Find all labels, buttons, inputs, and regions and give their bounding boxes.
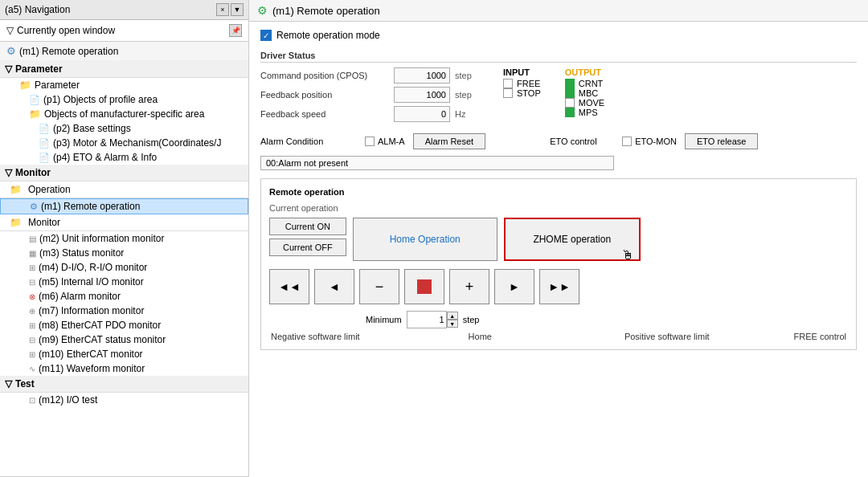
tree-item-label: (p3) Motor & Mechanism(Coordinates/J xyxy=(53,137,221,149)
right-panel: ⚙ (m1) Remote operation ✓ Remote operati… xyxy=(249,0,868,477)
tree-item-label: (m4) D-I/O, R-I/O monitor xyxy=(39,262,147,273)
tree-item-label: (m2) Unit information monitor xyxy=(39,233,164,244)
tree-panel: ▽ Parameter 📁 Parameter 📄 (p1) Objects o… xyxy=(0,61,248,477)
ethercat-icon: ⊞ xyxy=(29,350,35,359)
io-mps-row: MPS xyxy=(565,108,604,117)
right-content: ✓ Remote operation mode Driver Status Co… xyxy=(249,22,868,477)
fpos-input[interactable] xyxy=(394,87,450,103)
crnt-checkbox[interactable] xyxy=(565,79,575,88)
tree-item-p2[interactable]: 📄 (p2) Base settings xyxy=(0,121,248,136)
parameter-section-header[interactable]: ▽ Parameter xyxy=(0,61,248,78)
stop-square-icon xyxy=(417,279,432,294)
tree-item-label: (m7) Information monitor xyxy=(39,305,144,316)
tree-item-m4[interactable]: ⊞ (m4) D-I/O, R-I/O monitor xyxy=(0,260,248,275)
dropdown-button[interactable]: ▼ xyxy=(231,3,244,16)
tree-item-m9[interactable]: ⊟ (m9) EtherCAT status monitor xyxy=(0,332,248,347)
spin-down-button[interactable]: ▼ xyxy=(447,320,458,328)
close-button[interactable]: × xyxy=(216,3,229,16)
eto-mon-label: ETO-MON xyxy=(635,137,677,146)
jog-minus-button[interactable]: − xyxy=(359,269,399,304)
remote-mode-checkbox[interactable]: ✓ xyxy=(260,30,272,41)
free-control-label: FREE control xyxy=(794,332,846,341)
alarm-eto-area: Alarm Condition ALM-A Alarm Reset ETO co… xyxy=(260,133,857,149)
pin-icon[interactable]: 📌 xyxy=(229,24,242,37)
eto-control-area: ETO control ETO-MON ETO release xyxy=(550,133,758,149)
doc-icon: 📄 xyxy=(39,138,50,149)
tree-item-m1[interactable]: ⚙ (m1) Remote operation xyxy=(0,198,248,214)
monitor-subsection-header[interactable]: 📁 Monitor xyxy=(0,214,248,231)
tree-item-parameter[interactable]: 📁 Parameter xyxy=(0,78,248,92)
waveform-icon: ∿ xyxy=(29,365,35,373)
home-operation-button[interactable]: Home Operation xyxy=(353,218,497,261)
mbc-label: MBC xyxy=(579,88,598,98)
tree-item-p3[interactable]: 📄 (p3) Motor & Mechanism(Coordinates/J xyxy=(0,136,248,150)
folder-icon: 📁 xyxy=(29,108,41,120)
tree-item-p4[interactable]: 📄 (p4) ETO & Alarm & Info xyxy=(0,150,248,165)
move-checkbox[interactable] xyxy=(565,98,575,108)
tree-item-m8[interactable]: ⊞ (m8) EtherCAT PDO monitor xyxy=(0,318,248,332)
eto-control-label: ETO control xyxy=(550,137,614,146)
chevron-icon: ▽ xyxy=(5,167,12,178)
current-off-button[interactable]: Current OFF xyxy=(269,238,346,256)
operation-section-header[interactable]: 📁 Operation xyxy=(0,181,248,198)
eto-mon-checkbox[interactable] xyxy=(622,137,632,146)
remote-op-section-title: Remote operation xyxy=(269,187,848,197)
jog-forward-button[interactable]: ► xyxy=(494,269,534,304)
alm-a-wrapper: ALM-A xyxy=(365,137,405,146)
tree-item-m3[interactable]: ▦ (m3) Status monitor xyxy=(0,246,248,260)
field-row-fpos: Feedback position step xyxy=(260,87,479,103)
tree-item-m2[interactable]: ▤ (m2) Unit information monitor xyxy=(0,231,248,246)
tree-item-label: (m3) Status monitor xyxy=(39,247,124,259)
current-on-button[interactable]: Current ON xyxy=(269,218,346,235)
alarm-reset-button[interactable]: Alarm Reset xyxy=(413,133,486,149)
jog-plus-button[interactable]: + xyxy=(449,269,489,304)
nav-title: (a5) Navigation xyxy=(5,4,70,15)
tree-item-m6[interactable]: ⊗ (m6) Alarm monitor xyxy=(0,289,248,304)
fspeed-label: Feedback speed xyxy=(260,109,389,119)
current-window-text: Currently open window xyxy=(17,25,115,36)
mbc-checkbox[interactable] xyxy=(565,88,575,98)
free-checkbox[interactable] xyxy=(503,79,513,88)
doc-icon: 📄 xyxy=(29,95,40,105)
tree-item-m12[interactable]: ⊡ (m12) I/O test xyxy=(0,393,248,407)
remote-mode-row: ✓ Remote operation mode xyxy=(260,30,857,41)
alm-a-checkbox[interactable] xyxy=(365,137,375,146)
operation-section-label: Operation xyxy=(28,184,71,195)
cpos-label: Command position (CPOS) xyxy=(260,71,389,80)
minimum-input[interactable] xyxy=(407,311,447,328)
io-crnt-row: CRNT xyxy=(565,79,604,88)
jog-fast-forward-button[interactable]: ►► xyxy=(539,269,579,304)
zhome-operation-button[interactable]: ZHOME operation 🖱 xyxy=(504,218,641,261)
remote-op-nav-item[interactable]: ⚙ (m1) Remote operation xyxy=(0,42,248,61)
tree-item-m7[interactable]: ⊕ (m7) Information monitor xyxy=(0,304,248,318)
eto-release-button[interactable]: ETO release xyxy=(685,133,759,149)
field-row-cpos: Command position (CPOS) step xyxy=(260,67,479,84)
tree-item-mfr-area[interactable]: 📁 Objects of manufacturer-specific area xyxy=(0,107,248,121)
monitor-section-header[interactable]: ▽ Monitor xyxy=(0,165,248,181)
folder-icon: 📁 xyxy=(10,217,22,228)
spin-up-button[interactable]: ▲ xyxy=(447,312,458,320)
io-stop-row: STOP xyxy=(503,88,541,98)
tree-item-m5[interactable]: ⊟ (m5) Internal I/O monitor xyxy=(0,275,248,289)
tree-item-m10[interactable]: ⊞ (m10) EtherCAT monitor xyxy=(0,347,248,361)
tree-item-m11[interactable]: ∿ (m11) Waveform monitor xyxy=(0,361,248,376)
stop-checkbox[interactable] xyxy=(503,88,513,98)
jog-backward-button[interactable]: ◄ xyxy=(314,269,354,304)
jog-fast-backward-button[interactable]: ◄◄ xyxy=(269,269,309,304)
jog-stop-button[interactable] xyxy=(404,269,444,304)
mps-label: MPS xyxy=(579,108,598,117)
tree-item-p1[interactable]: 📄 (p1) Objects of profile area xyxy=(0,92,248,107)
fspeed-input[interactable] xyxy=(394,106,450,122)
folder-icon: 📁 xyxy=(10,184,22,195)
chevron-icon: ▽ xyxy=(5,378,12,389)
mps-checkbox[interactable] xyxy=(565,108,575,117)
tree-item-label: Parameter xyxy=(35,80,80,91)
test-section-header[interactable]: ▽ Test xyxy=(0,376,248,393)
input-header: INPUT xyxy=(503,67,541,77)
tree-item-label: Objects of manufacturer-specific area xyxy=(44,108,204,120)
io-icon: ⊞ xyxy=(29,263,35,272)
io-move-row: MOVE xyxy=(565,98,604,108)
cpos-input[interactable] xyxy=(394,67,450,84)
cpos-unit: step xyxy=(455,71,479,80)
monitor-section-label: Monitor xyxy=(15,167,51,178)
